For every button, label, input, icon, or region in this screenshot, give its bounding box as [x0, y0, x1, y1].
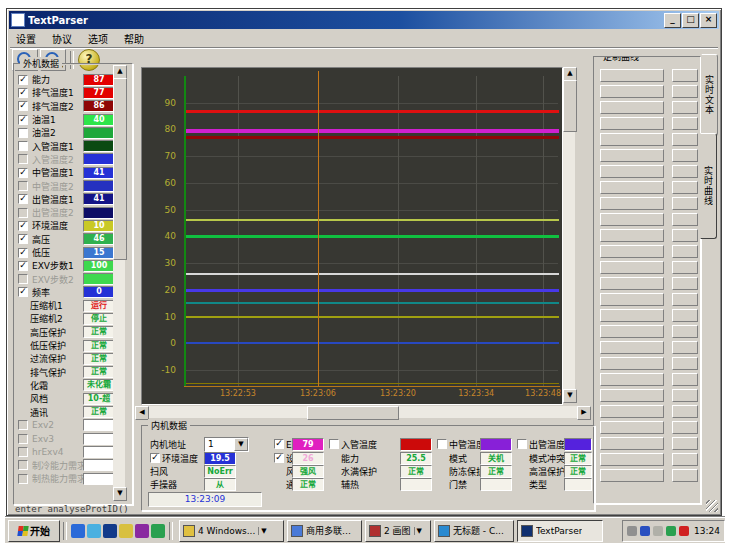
checkbox[interactable]: ✓: [18, 261, 28, 271]
menu-item-1[interactable]: 协议: [46, 31, 78, 46]
checkbox[interactable]: ✓: [18, 248, 28, 258]
curve-value-button[interactable]: [672, 181, 698, 194]
curve-value-button[interactable]: [672, 101, 698, 114]
scroll-down-icon[interactable]: ▼: [113, 487, 127, 501]
indoor-address-select[interactable]: 1 ▼: [204, 437, 249, 452]
checkbox[interactable]: ✓: [18, 221, 28, 231]
lock-icon[interactable]: [135, 524, 149, 538]
taskbar-button-2[interactable]: 商用多联第...: [287, 520, 362, 542]
curve-name-button[interactable]: [600, 357, 664, 370]
out-temp-checkbox[interactable]: [517, 439, 527, 449]
checkbox[interactable]: [18, 420, 28, 430]
curve-name-button[interactable]: [600, 421, 664, 434]
scroll-thumb[interactable]: [113, 78, 127, 260]
chevron-down-icon[interactable]: ▼: [258, 527, 266, 535]
printer-icon[interactable]: [627, 526, 637, 536]
notes-icon[interactable]: [119, 524, 133, 538]
curve-name-button[interactable]: [600, 293, 664, 306]
checkbox[interactable]: ✓: [18, 234, 28, 244]
checkbox[interactable]: ✓: [18, 101, 28, 111]
menu-item-2[interactable]: 选项: [82, 31, 114, 46]
scroll-up-icon[interactable]: ▲: [113, 65, 127, 79]
taskbar-button-4[interactable]: 无标题 - C...: [434, 520, 514, 542]
curve-value-button[interactable]: [672, 69, 698, 82]
update-icon[interactable]: [640, 526, 650, 536]
checkbox[interactable]: [18, 474, 28, 484]
tab-realtime-curve[interactable]: 实时曲线: [700, 133, 717, 239]
curve-name-button[interactable]: [600, 69, 664, 82]
curve-value-button[interactable]: [672, 357, 698, 370]
curve-value-button[interactable]: [672, 341, 698, 354]
curve-name-button[interactable]: [600, 245, 664, 258]
minimize-button[interactable]: _: [664, 13, 681, 28]
checkbox[interactable]: [18, 208, 28, 218]
curve-value-button[interactable]: [672, 293, 698, 306]
curve-value-button[interactable]: [672, 453, 698, 466]
curve-value-button[interactable]: [672, 421, 698, 434]
curve-name-button[interactable]: [600, 117, 664, 130]
chart-horizontal-scrollbar[interactable]: ◀ ▶: [135, 406, 591, 418]
curve-value-button[interactable]: [672, 373, 698, 386]
checkbox[interactable]: [18, 154, 28, 164]
taskbar-button-5[interactable]: TextParser: [517, 520, 603, 542]
curve-name-button[interactable]: [600, 165, 664, 178]
checkbox[interactable]: ✓: [18, 88, 28, 98]
curve-value-button[interactable]: [672, 149, 698, 162]
exv-steps-checkbox[interactable]: ✓: [274, 439, 284, 449]
curve-name-button[interactable]: [600, 261, 664, 274]
usb-icon[interactable]: [653, 526, 663, 536]
scroll-left-icon[interactable]: ◀: [135, 406, 149, 420]
curve-name-button[interactable]: [600, 197, 664, 210]
media-icon[interactable]: [151, 524, 165, 538]
curve-value-button[interactable]: [672, 229, 698, 242]
alarm-icon[interactable]: [679, 526, 689, 536]
curve-name-button[interactable]: [600, 341, 664, 354]
chart-vertical-scrollbar[interactable]: ▲ ▼: [563, 67, 575, 403]
curve-value-button[interactable]: [672, 325, 698, 338]
curve-name-button[interactable]: [600, 181, 664, 194]
curve-value-button[interactable]: [672, 213, 698, 226]
checkbox[interactable]: ✓: [18, 194, 28, 204]
checkbox[interactable]: ✓: [18, 75, 28, 85]
checkbox[interactable]: [18, 447, 28, 457]
curve-name-button[interactable]: [600, 325, 664, 338]
curve-value-button[interactable]: [672, 133, 698, 146]
scroll-right-icon[interactable]: ▶: [577, 406, 591, 420]
checkbox[interactable]: [18, 460, 28, 470]
desktop-icon[interactable]: [103, 524, 117, 538]
close-button[interactable]: ×: [700, 13, 717, 28]
curve-name-button[interactable]: [600, 101, 664, 114]
checkbox[interactable]: ✓: [18, 287, 28, 297]
resize-grip[interactable]: [706, 500, 718, 512]
checkbox[interactable]: ✓: [18, 115, 28, 125]
curve-name-button[interactable]: [600, 149, 664, 162]
curve-name-button[interactable]: [600, 469, 664, 482]
scroll-thumb[interactable]: [563, 80, 577, 132]
tab-realtime-text[interactable]: 实时文本: [701, 54, 718, 136]
curve-value-button[interactable]: [672, 245, 698, 258]
curve-value-button[interactable]: [672, 277, 698, 290]
curve-value-button[interactable]: [672, 389, 698, 402]
curve-value-button[interactable]: [672, 469, 698, 482]
curve-name-button[interactable]: [600, 213, 664, 226]
scroll-up-icon[interactable]: ▲: [563, 67, 577, 81]
curve-name-button[interactable]: [600, 389, 664, 402]
scroll-thumb[interactable]: [307, 406, 399, 420]
checkbox[interactable]: ✓: [18, 168, 28, 178]
env-temp-checkbox[interactable]: ✓: [150, 453, 160, 463]
scroll-down-icon[interactable]: ▼: [563, 389, 577, 403]
curve-name-button[interactable]: [600, 277, 664, 290]
titlebar[interactable]: TextParser _ □ ×: [9, 11, 719, 29]
curve-name-button[interactable]: [600, 309, 664, 322]
curve-value-button[interactable]: [672, 117, 698, 130]
chevron-down-icon[interactable]: ▼: [234, 438, 248, 451]
taskbar-button-1[interactable]: 4 Windows...▼: [179, 520, 284, 542]
ie-icon[interactable]: [71, 524, 85, 538]
restore-button[interactable]: □: [682, 13, 699, 28]
menu-item-0[interactable]: 设置: [10, 31, 42, 46]
curve-value-button[interactable]: [672, 197, 698, 210]
taskbar-button-3[interactable]: 2 画图▼: [365, 520, 431, 542]
menu-item-3[interactable]: 帮助: [118, 31, 150, 46]
curve-value-button[interactable]: [672, 309, 698, 322]
curve-value-button[interactable]: [672, 405, 698, 418]
